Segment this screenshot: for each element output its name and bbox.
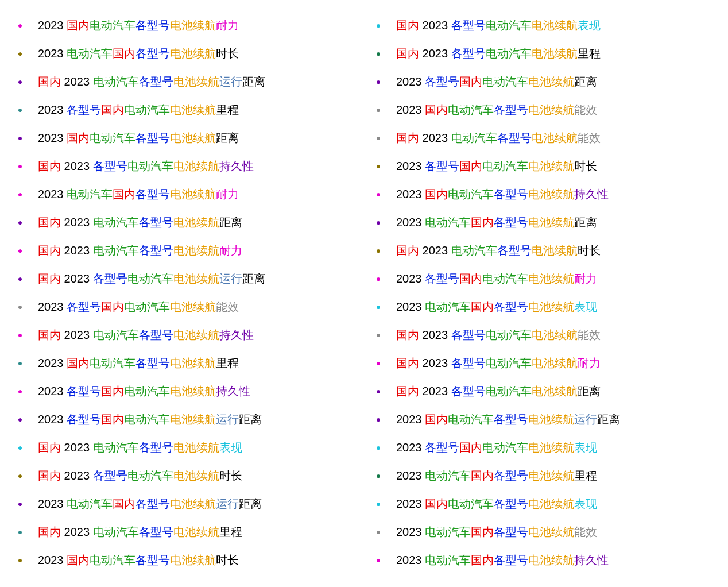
segment: 各型号 [425,272,459,285]
segment: 电池续航 [532,132,578,144]
segment: 时长 [578,244,601,257]
segment: 电池续航 [528,497,574,510]
segment: 电动汽车 [93,244,139,257]
item-text: 2023 各型号国内电动汽车电池续航能效 [34,293,239,321]
list-item: ●2023 各型号国内电动汽车电池续航耐力 [364,265,722,293]
segment: 持久性 [219,329,254,341]
bullet-icon: ● [6,293,34,321]
segment: 表现 [219,441,242,454]
segment: 2023 [396,103,425,116]
item-text: 2023 各型号国内电动汽车电池续航表现 [393,434,597,462]
segment: 电动汽车 [425,300,471,313]
segment: 国内 [38,244,64,257]
segment: 2023 [64,526,93,538]
bullet-icon: ● [6,518,34,546]
bullet-icon: ● [364,349,393,377]
segment: 国内 [471,469,494,482]
segment: 电动汽车 [127,469,173,482]
segment: 电池续航 [170,497,216,510]
list-columns: ●2023 国内电动汽车各型号电池续航耐力●2023 电动汽车国内各型号电池续航… [6,11,722,574]
segment: 各型号 [497,132,532,144]
segment: 2023 [396,526,425,538]
segment: 各型号 [67,300,101,313]
segment: 国内 [101,413,124,426]
segment: 电池续航 [528,526,574,538]
list-item: ●国内 2023 电动汽车各型号电池续航里程 [6,518,364,546]
item-text: 2023 国内电动汽车各型号电池续航能效 [393,96,597,124]
segment: 电动汽车 [451,132,497,144]
segment: 各型号 [494,413,528,426]
segment: 各型号 [425,75,459,88]
list-item: ●2023 各型号国内电动汽车电池续航里程 [6,96,364,124]
segment: 里程 [574,469,597,482]
segment: 国内 [425,497,448,510]
segment: 2023 [396,160,425,172]
segment: 电池续航 [170,357,216,369]
segment: 能效 [578,132,601,144]
segment: 电池续航 [528,272,574,285]
item-text: 国内 2023 电动汽车各型号电池续航能效 [393,124,601,152]
segment: 国内 [38,441,64,454]
segment: 里程 [578,47,601,60]
bullet-icon: ● [6,68,34,96]
list-item: ●2023 国内电动汽车各型号电池续航能效 [364,96,722,124]
segment: 各型号 [135,188,170,200]
segment: 电动汽车 [127,272,173,285]
bullet-icon: ● [364,406,393,434]
segment: 各型号 [494,497,528,510]
segment: 电动汽车 [486,357,532,369]
segment: 电池续航 [528,216,574,229]
segment: 电动汽车 [127,160,173,172]
segment: 2023 [423,244,451,257]
segment: 2023 [396,75,425,88]
item-text: 2023 国内电动汽车各型号电池续航持久性 [393,180,609,208]
segment: 时长 [216,554,239,566]
segment: 电池续航 [528,300,574,313]
segment: 2023 [423,385,451,397]
segment: 表现 [574,497,597,510]
segment: 电池续航 [173,272,219,285]
segment: 能效 [578,329,601,341]
segment: 各型号 [497,244,532,257]
list-item: ●国内 2023 各型号电动汽车电池续航耐力 [364,349,722,377]
segment: 能效 [216,300,239,313]
list-item: ●国内 2023 电动汽车各型号电池续航距离 [6,208,364,237]
segment: 2023 [423,19,451,32]
item-text: 国内 2023 电动汽车各型号电池续航持久性 [34,321,254,349]
segment: 国内 [67,132,90,144]
segment: 2023 [38,413,67,426]
segment: 电动汽车 [90,132,135,144]
segment: 国内 [396,385,423,397]
segment: 能效 [574,526,597,538]
list-item: ●2023 国内电动汽车各型号电池续航时长 [6,546,364,574]
bullet-icon: ● [6,377,34,406]
item-text: 国内 2023 各型号电动汽车电池续航距离 [393,377,601,406]
segment: 持久性 [574,188,609,200]
bullet-icon: ● [6,406,34,434]
segment: 国内 [471,216,494,229]
segment: 2023 [38,385,67,397]
item-text: 国内 2023 电动汽车各型号电池续航时长 [393,237,601,265]
segment: 耐力 [216,19,239,32]
segment: 距离 [574,216,597,229]
segment: 国内 [471,554,494,566]
bullet-icon: ● [364,490,393,518]
list-item: ●国内 2023 各型号电动汽车电池续航表现 [364,11,722,40]
bullet-icon: ● [6,321,34,349]
bullet-icon: ● [364,321,393,349]
segment: 国内 [425,413,448,426]
segment: 各型号 [135,19,170,32]
item-text: 国内 2023 各型号电动汽车电池续航能效 [393,321,601,349]
bullet-icon: ● [364,124,393,152]
segment: 电动汽车 [448,103,494,116]
segment: 电动汽车 [425,469,471,482]
segment: 电动汽车 [93,75,139,88]
bullet-icon: ● [6,349,34,377]
segment: 各型号 [451,385,486,397]
segment: 电动汽车 [448,413,494,426]
segment: 电动汽车 [482,272,528,285]
item-text: 国内 2023 各型号电动汽车电池续航时长 [34,462,242,490]
segment: 电池续航 [173,216,219,229]
bullet-icon: ● [364,40,393,68]
item-text: 2023 电动汽车国内各型号电池续航耐力 [34,180,239,208]
